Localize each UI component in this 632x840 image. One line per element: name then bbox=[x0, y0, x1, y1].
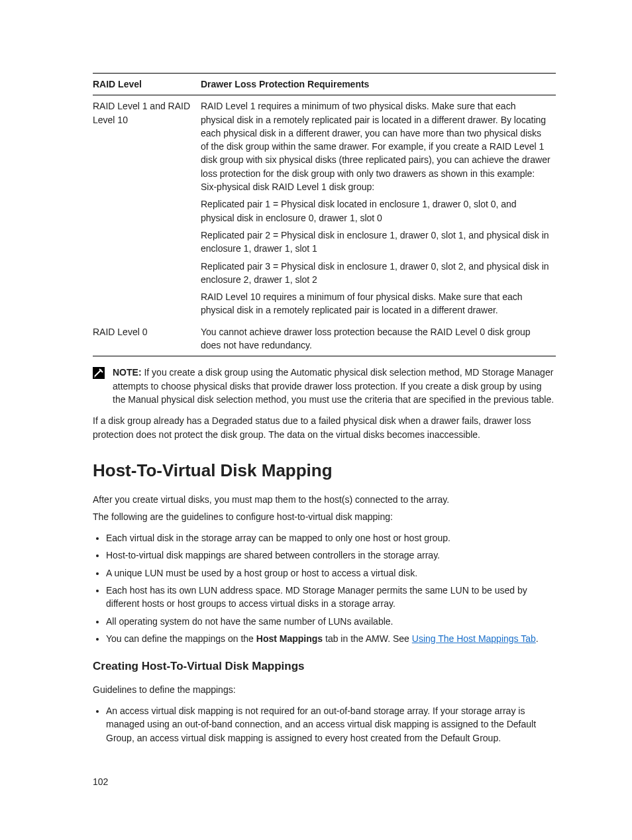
note-block: NOTE: If you create a disk group using t… bbox=[93, 366, 556, 406]
list-item: All operating system do not have the sam… bbox=[106, 615, 556, 628]
body-paragraph: Guidelines to define the mappings: bbox=[93, 683, 556, 696]
raid-requirements-cell: You cannot achieve drawer loss protectio… bbox=[201, 321, 556, 356]
raid-requirements-cell: RAID Level 1 requires a minimum of two p… bbox=[201, 95, 556, 321]
cell-para: Replicated pair 3 = Physical disk in enc… bbox=[201, 260, 551, 287]
bold-text: Host Mappings bbox=[256, 633, 323, 644]
page: RAID Level Drawer Loss Protection Requir… bbox=[0, 0, 632, 840]
table-row: RAID Level 1 and RAID Level 10 RAID Leve… bbox=[93, 95, 556, 321]
cell-para: Replicated pair 2 = Physical disk in enc… bbox=[201, 229, 551, 256]
body-paragraph: The following are the guidelines to conf… bbox=[93, 510, 556, 523]
body-paragraph: If a disk group already has a Degraded s… bbox=[93, 414, 556, 441]
subsection-heading: Creating Host-To-Virtual Disk Mappings bbox=[93, 658, 556, 675]
sub-guidelines-list: An access virtual disk mapping is not re… bbox=[93, 704, 556, 745]
list-text: You can define the mappings on the bbox=[106, 633, 256, 644]
section-heading: Host-To-Virtual Disk Mapping bbox=[93, 458, 556, 484]
raid-level-cell: RAID Level 1 and RAID Level 10 bbox=[93, 95, 201, 321]
list-text: tab in the AMW. See bbox=[323, 633, 412, 644]
list-text: . bbox=[536, 633, 539, 644]
table-header-requirements: Drawer Loss Protection Requirements bbox=[201, 74, 556, 95]
cell-para: RAID Level 10 requires a minimum of four… bbox=[201, 290, 551, 317]
note-text: NOTE: If you create a disk group using t… bbox=[113, 366, 556, 406]
body-paragraph: After you create virtual disks, you must… bbox=[93, 493, 556, 506]
table-header-level: RAID Level bbox=[93, 74, 201, 95]
raid-level-cell: RAID Level 0 bbox=[93, 321, 201, 356]
cell-para: You cannot achieve drawer loss protectio… bbox=[201, 325, 551, 352]
note-body: If you create a disk group using the Aut… bbox=[113, 367, 554, 405]
table-row: RAID Level 0 You cannot achieve drawer l… bbox=[93, 321, 556, 356]
cell-para: Replicated pair 1 = Physical disk locate… bbox=[201, 197, 551, 225]
list-item: Each virtual disk in the storage array c… bbox=[106, 531, 556, 545]
list-item: Host-to-virtual disk mappings are shared… bbox=[106, 549, 556, 562]
page-number: 102 bbox=[93, 775, 108, 788]
note-icon bbox=[93, 367, 105, 382]
guidelines-list: Each virtual disk in the storage array c… bbox=[93, 531, 556, 645]
list-item: You can define the mappings on the Host … bbox=[106, 632, 556, 645]
list-item: Each host has its own LUN address space.… bbox=[106, 584, 556, 611]
list-item: A unique LUN must be used by a host grou… bbox=[106, 566, 556, 580]
raid-table: RAID Level Drawer Loss Protection Requir… bbox=[93, 73, 556, 356]
note-label: NOTE: bbox=[113, 367, 142, 378]
note-icon-wrap bbox=[93, 366, 113, 382]
host-mappings-tab-link[interactable]: Using The Host Mappings Tab bbox=[412, 633, 536, 644]
list-item: An access virtual disk mapping is not re… bbox=[106, 704, 556, 745]
cell-para: RAID Level 1 requires a minimum of two p… bbox=[201, 99, 551, 193]
